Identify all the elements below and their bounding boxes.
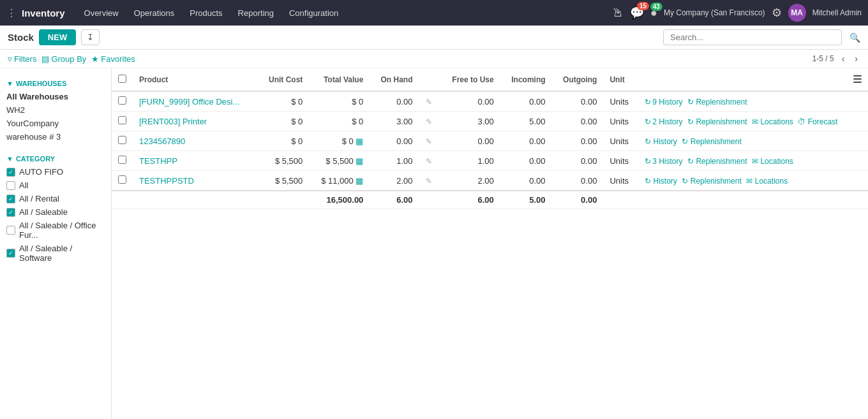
sidebar-item-all[interactable]: All — [0, 179, 111, 192]
warehouses-section-title[interactable]: ▼ WAREHOUSES — [0, 75, 111, 90]
row1-history-link[interactable]: ↻ 9 History — [645, 98, 682, 107]
group-by-button[interactable]: ▤ Group By — [41, 54, 86, 64]
row1-unit: Units — [603, 91, 638, 112]
chart-icon[interactable]: ▦ — [355, 136, 363, 146]
category-section-title[interactable]: ▼ CATEGORY — [0, 150, 111, 165]
favorites-button[interactable]: ★ Favorites — [91, 54, 135, 64]
row2-product[interactable]: [RENT003] Printer — [133, 112, 257, 131]
table-settings-icon[interactable]: ☰ — [853, 74, 862, 85]
row4-edit[interactable]: ✎ — [419, 151, 440, 171]
row4-product[interactable]: TESTHPP — [133, 151, 257, 171]
activity-icon-btn[interactable]: ● 43 — [650, 6, 657, 20]
row4-history-link[interactable]: ↻ 3 History — [645, 157, 682, 166]
select-all-checkbox-header[interactable] — [112, 68, 133, 91]
row1-replenishment-link[interactable]: ↻ Replenishment — [687, 98, 747, 107]
row2-replenishment-link[interactable]: ↻ Replenishment — [687, 117, 747, 126]
row1-free-to-use: 0.00 — [440, 91, 500, 112]
checkbox-all[interactable] — [6, 181, 15, 190]
chart-icon[interactable]: ▦ — [355, 156, 363, 166]
row2-edit[interactable]: ✎ — [419, 112, 440, 131]
row5-product[interactable]: TESTHPPSTD — [133, 171, 257, 191]
row5-on-hand: 2.00 — [370, 171, 419, 191]
col-product: Product — [133, 68, 257, 91]
row5-total-value: $ 11,000 ▦ — [309, 171, 370, 191]
pencil-icon[interactable]: ✎ — [426, 137, 432, 146]
sidebar-item-warehouse3[interactable]: warehouse # 3 — [0, 130, 111, 143]
sidebar-item-yourcompany[interactable]: YourCompany — [0, 117, 111, 130]
totals-incoming: 5.00 — [500, 191, 552, 209]
table-row: [RENT003] Printer $ 0 $ 0 3.00 ✎ 3.00 5.… — [112, 112, 868, 131]
row2-history-link[interactable]: ↻ 2 History — [645, 117, 682, 126]
next-page-button[interactable]: › — [852, 52, 860, 65]
row4-locations-link[interactable]: ✉ Locations — [752, 157, 793, 166]
row3-total-value: $ 0 ▦ — [309, 131, 370, 151]
row5-locations-link[interactable]: ✉ Locations — [746, 177, 788, 186]
pencil-icon[interactable]: ✎ — [426, 157, 432, 166]
grid-icon[interactable]: ⋮ — [6, 7, 17, 19]
row1-checkbox[interactable] — [112, 91, 133, 112]
sidebar-item-all-saleable-office[interactable]: All / Saleable / Office Fur... — [0, 219, 111, 242]
nav-operations[interactable]: Operations — [128, 4, 181, 22]
totals-on-hand: 6.00 — [370, 191, 419, 209]
nav-configuration[interactable]: Configuration — [283, 4, 345, 22]
nav-reporting[interactable]: Reporting — [232, 4, 280, 22]
row3-checkbox[interactable] — [112, 131, 133, 151]
checkbox-all-saleable-software[interactable]: ✓ — [6, 249, 15, 258]
row2-locations-link[interactable]: ✉ Locations — [752, 117, 793, 126]
row5-edit[interactable]: ✎ — [419, 171, 440, 191]
filter-icon: ▿ — [8, 54, 12, 64]
checkbox-all-rental[interactable]: ✓ — [6, 195, 15, 203]
pencil-icon[interactable]: ✎ — [426, 117, 432, 126]
row2-actions: ↻ 2 History ↻ Replenishment ✉ Locations … — [638, 112, 868, 131]
page-title: Stock — [8, 32, 34, 43]
sidebar-item-auto-fifo[interactable]: ✓ AUTO FIFO — [0, 165, 111, 179]
row5-history-link[interactable]: ↻ History — [645, 177, 677, 186]
sidebar-item-all-warehouses[interactable]: All Warehouses — [0, 90, 111, 103]
company-name[interactable]: My Company (San Francisco) — [664, 8, 765, 17]
row4-replenishment-link[interactable]: ↻ Replenishment — [687, 157, 747, 166]
new-button[interactable]: NEW — [39, 29, 76, 45]
pencil-icon[interactable]: ✎ — [426, 98, 432, 107]
row5-replenishment-link[interactable]: ↻ Replenishment — [682, 177, 741, 186]
row4-free-to-use: 1.00 — [440, 151, 500, 171]
settings-icon-btn[interactable]: ⚙ — [772, 6, 782, 20]
row1-product[interactable]: [FURN_9999] Office Desi... — [133, 91, 257, 112]
chat-icon-btn[interactable]: 💬 15 — [630, 6, 644, 20]
nav-overview[interactable]: Overview — [78, 4, 125, 22]
nav-products[interactable]: Products — [183, 4, 228, 22]
row3-replenishment-link[interactable]: ↻ Replenishment — [682, 137, 741, 146]
checkbox-all-saleable-office[interactable] — [6, 226, 15, 235]
col-total-value: Total Value — [309, 68, 370, 91]
row1-edit[interactable]: ✎ — [419, 91, 440, 112]
headset-icon-btn[interactable]: 🖯 — [612, 6, 624, 20]
sidebar-item-all-saleable[interactable]: ✓ All / Saleable — [0, 205, 111, 219]
row4-checkbox[interactable] — [112, 151, 133, 171]
search-icon[interactable]: 🔍 — [849, 33, 860, 43]
user-avatar[interactable]: MA — [788, 4, 806, 22]
select-all-checkbox[interactable] — [118, 75, 126, 83]
row2-forecast-link[interactable]: ⏱ Forecast — [798, 117, 837, 126]
sidebar-item-all-saleable-software[interactable]: ✓ All / Saleable / Software — [0, 242, 111, 265]
row3-edit[interactable]: ✎ — [419, 131, 440, 151]
checkbox-all-saleable[interactable]: ✓ — [6, 208, 15, 217]
prev-page-button[interactable]: ‹ — [839, 52, 848, 65]
col-actions: ☰ — [638, 68, 868, 91]
row2-checkbox[interactable] — [112, 112, 133, 131]
user-name[interactable]: Mitchell Admin — [812, 8, 862, 17]
pencil-icon[interactable]: ✎ — [426, 177, 432, 186]
sidebar-item-all-rental[interactable]: ✓ All / Rental — [0, 192, 111, 205]
row3-history-link[interactable]: ↻ History — [645, 137, 677, 146]
row3-actions: ↻ History ↻ Replenishment — [638, 131, 868, 151]
filters-button[interactable]: ▿ Filters — [8, 54, 36, 64]
export-button[interactable]: ↧ — [81, 29, 100, 45]
sidebar-item-wh2[interactable]: WH2 — [0, 103, 111, 117]
totals-spacer4 — [603, 191, 638, 209]
row5-checkbox[interactable] — [112, 171, 133, 191]
chart-icon[interactable]: ▦ — [355, 176, 363, 186]
col-outgoing: Outgoing — [552, 68, 604, 91]
row3-incoming: 0.00 — [500, 131, 552, 151]
row3-product[interactable]: 1234567890 — [133, 131, 257, 151]
search-input[interactable] — [663, 29, 842, 45]
checkbox-auto-fifo[interactable]: ✓ — [6, 168, 15, 177]
totals-spacer2 — [133, 191, 257, 209]
